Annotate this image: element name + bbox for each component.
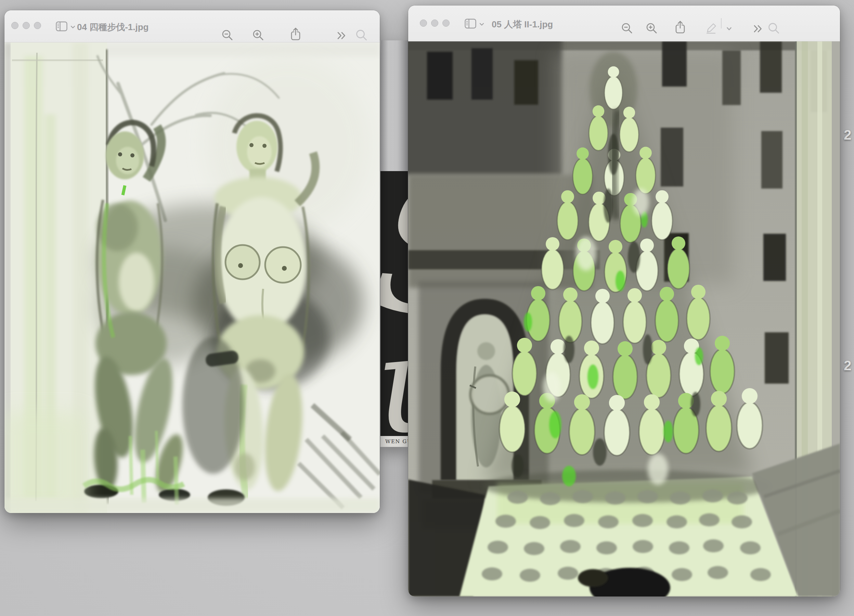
- chevron-down-icon: [726, 26, 732, 32]
- traffic-lights: [11, 22, 41, 29]
- desktop: 2 2 S u WEN GUM: [0, 0, 854, 616]
- zoom-out-button[interactable]: [220, 28, 235, 43]
- zoom-in-icon: [252, 29, 264, 43]
- chevron-down-icon: [70, 24, 75, 30]
- titlebar[interactable]: 04 四種步伐-1.jpg: [5, 10, 380, 43]
- share-icon: [290, 27, 302, 43]
- window-title: 04 四種步伐-1.jpg: [77, 21, 148, 33]
- image-canvas-two-figures: [5, 43, 380, 513]
- book-spine-imprint: WEN GUM: [380, 436, 408, 447]
- markup-pencil-icon: [705, 23, 718, 36]
- share-icon: [674, 21, 686, 36]
- minimize-button[interactable]: [23, 22, 30, 29]
- sidebar-icon: [465, 18, 476, 30]
- search-button[interactable]: [766, 21, 781, 37]
- more-tools-button[interactable]: [750, 22, 766, 37]
- book-spine-script-letter: u: [380, 329, 408, 436]
- double-chevron-right-icon: [337, 32, 346, 41]
- zoom-out-icon: [621, 22, 633, 36]
- minimize-button[interactable]: [431, 20, 438, 27]
- zoom-out-icon: [221, 29, 234, 43]
- more-tools-button[interactable]: [334, 29, 349, 44]
- markup-menu-button[interactable]: [721, 21, 737, 37]
- book-spine-paper-edge: [380, 40, 408, 171]
- zoom-in-button[interactable]: [251, 28, 266, 43]
- search-button[interactable]: [354, 28, 369, 43]
- share-button[interactable]: [673, 21, 688, 36]
- zoom-window-button[interactable]: [442, 20, 450, 27]
- search-icon: [768, 22, 780, 36]
- zoom-in-button[interactable]: [644, 21, 659, 37]
- chevron-down-icon: [479, 21, 484, 27]
- sidebar-button[interactable]: [465, 18, 484, 30]
- zoom-window-button[interactable]: [34, 22, 41, 29]
- close-button[interactable]: [420, 20, 427, 27]
- preview-window-right: 05 人塔 II-1.jpg: [408, 6, 840, 596]
- page-number-badge: 2: [844, 358, 854, 374]
- book-spine-cover: S u: [380, 171, 408, 436]
- book-spine: S u WEN GUM: [380, 40, 408, 447]
- page-number-badge: 2: [844, 127, 854, 143]
- close-button[interactable]: [11, 22, 18, 29]
- double-chevron-right-icon: [753, 24, 762, 34]
- sidebar-button[interactable]: [56, 21, 75, 33]
- preview-window-left: 04 四種步伐-1.jpg: [5, 10, 380, 513]
- sidebar-icon: [56, 21, 67, 33]
- zoom-in-icon: [646, 22, 658, 36]
- markup-button[interactable]: [704, 21, 719, 37]
- window-title: 05 人塔 II-1.jpg: [492, 18, 553, 30]
- image-canvas-human-tower: [408, 41, 840, 596]
- search-icon: [355, 29, 368, 43]
- titlebar[interactable]: 05 人塔 II-1.jpg: [408, 6, 840, 41]
- traffic-lights: [420, 20, 450, 27]
- share-button[interactable]: [288, 27, 303, 43]
- book-spine-script-letter: S: [380, 177, 408, 323]
- zoom-out-button[interactable]: [620, 21, 635, 37]
